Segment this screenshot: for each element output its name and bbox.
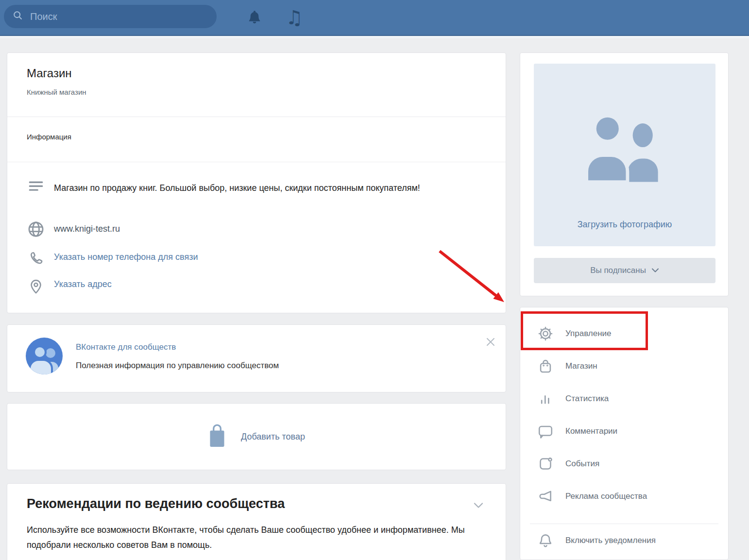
recommendations-body: Используйте все возможности ВКонтакте, ч… bbox=[27, 523, 492, 553]
chevron-down-icon bbox=[651, 266, 659, 275]
page-title: Магазин bbox=[27, 67, 72, 80]
community-admin-menu: Управление Магазин Статистика bbox=[520, 307, 729, 560]
add-address-link[interactable]: Указать адрес bbox=[54, 279, 112, 289]
sidebar-item-label: Комментарии bbox=[565, 426, 617, 436]
sidebar-item-shop[interactable]: Магазин bbox=[520, 353, 728, 379]
community-profile-card: Магазин Книжный магазин Информация Магаз… bbox=[7, 52, 506, 313]
top-bar: ♫ bbox=[0, 0, 749, 36]
description-lines-icon bbox=[26, 176, 46, 197]
vk-community-page: ♫ Магазин Книжный магазин Информация Маг… bbox=[0, 0, 749, 560]
sidebar-item-label: Включить уведомления bbox=[565, 536, 656, 545]
website-link[interactable]: www.knigi-test.ru bbox=[54, 224, 120, 234]
community-type: Книжный магазин bbox=[27, 88, 86, 96]
subscribed-button-label: Вы подписаны bbox=[590, 266, 646, 275]
sidebar-item-comments[interactable]: Комментарии bbox=[520, 418, 728, 444]
promo-title-link[interactable]: ВКонтакте для сообществ bbox=[76, 342, 176, 352]
phone-icon bbox=[26, 248, 46, 269]
add-product-card[interactable]: Добавить товар bbox=[7, 403, 506, 470]
shopping-bag-icon bbox=[208, 423, 226, 450]
comment-icon bbox=[537, 423, 554, 440]
divider bbox=[530, 524, 718, 524]
search-input[interactable] bbox=[29, 11, 208, 23]
upload-photo-link[interactable]: Загрузить фотографию bbox=[534, 220, 715, 230]
chevron-down-icon[interactable] bbox=[473, 501, 484, 512]
photo-placeholder[interactable]: Загрузить фотографию bbox=[534, 64, 715, 246]
vk-for-communities-card: ВКонтакте для сообществ Полезная информа… bbox=[7, 324, 506, 392]
community-description: Магазин по продажу книг. Большой выбор, … bbox=[54, 178, 443, 198]
music-icon[interactable]: ♫ bbox=[282, 0, 307, 35]
recommendations-card: Рекомендации по ведению сообщества Испол… bbox=[7, 483, 506, 560]
sidebar-item-label: Магазин bbox=[565, 361, 597, 371]
community-avatar-icon bbox=[26, 338, 63, 374]
community-photo-card: Загрузить фотографию Вы подписаны bbox=[520, 52, 729, 296]
promo-subtitle: Полезная информация по управлению сообще… bbox=[76, 361, 279, 371]
search-icon bbox=[13, 10, 23, 23]
notifications-bell-icon[interactable] bbox=[242, 0, 267, 35]
subscribed-button[interactable]: Вы подписаны bbox=[534, 258, 715, 283]
sidebar-item-label: События bbox=[565, 459, 599, 469]
divider bbox=[7, 117, 506, 117]
sidebar-item-statistics[interactable]: Статистика bbox=[520, 386, 728, 412]
sidebar-item-manage[interactable]: Управление bbox=[520, 321, 728, 347]
gear-icon bbox=[537, 325, 554, 342]
sidebar-item-community-ads[interactable]: Реклама сообщества bbox=[520, 483, 728, 509]
people-silhouette-icon bbox=[577, 109, 672, 188]
shopping-bag-icon bbox=[537, 358, 554, 374]
info-section-title: Информация bbox=[27, 133, 71, 141]
header-divider bbox=[0, 36, 749, 38]
megaphone-icon bbox=[537, 488, 554, 505]
bar-chart-icon bbox=[537, 390, 554, 407]
location-pin-icon bbox=[26, 276, 46, 297]
sidebar-item-label: Управление bbox=[565, 329, 612, 339]
add-product-label: Добавить товар bbox=[241, 432, 305, 442]
sidebar-item-label: Реклама сообщества bbox=[565, 492, 647, 501]
globe-icon bbox=[26, 219, 46, 239]
close-icon[interactable] bbox=[485, 337, 497, 348]
divider bbox=[7, 162, 506, 162]
search-box[interactable] bbox=[4, 5, 217, 28]
sidebar-item-events[interactable]: События bbox=[520, 451, 728, 477]
events-icon bbox=[537, 456, 554, 472]
add-phone-link[interactable]: Указать номер телефона для связи bbox=[54, 252, 198, 262]
sidebar-item-enable-notifications[interactable]: Включить уведомления bbox=[520, 527, 728, 554]
sidebar-item-label: Статистика bbox=[565, 394, 609, 404]
bell-icon bbox=[537, 532, 554, 549]
recommendations-title: Рекомендации по ведению сообщества bbox=[27, 496, 285, 511]
